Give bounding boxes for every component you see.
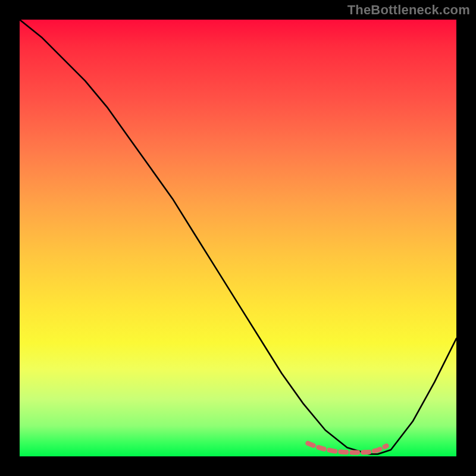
bottleneck-curve-path	[20, 20, 456, 454]
watermark-text: TheBottleneck.com	[347, 2, 470, 18]
plot-area	[20, 20, 456, 456]
chart-frame: TheBottleneck.com	[0, 0, 476, 476]
chart-svg	[20, 20, 456, 456]
